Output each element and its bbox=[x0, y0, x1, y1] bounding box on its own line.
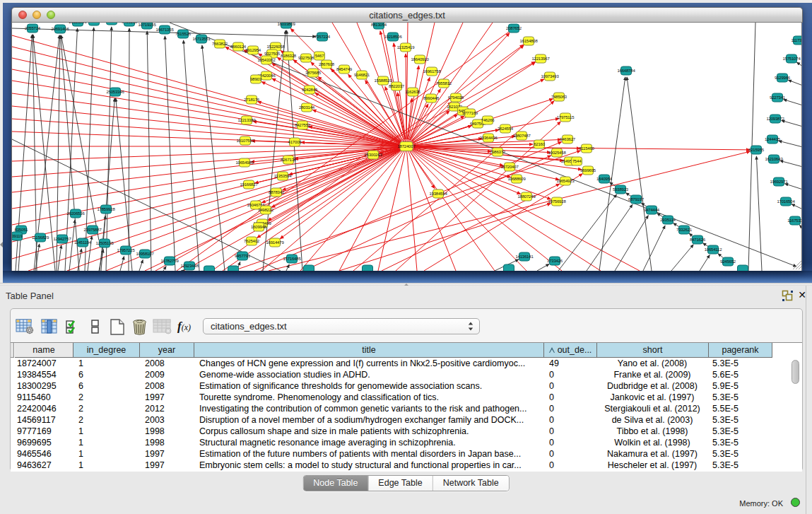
tab-node-table[interactable]: Node Table bbox=[303, 476, 368, 491]
table-cell[interactable]: 2008 bbox=[145, 380, 193, 392]
table-row[interactable]: 1456911722003Disruption of a novel membe… bbox=[11, 414, 802, 426]
table-cell[interactable]: 9777169 bbox=[17, 426, 72, 437]
delete-column-icon[interactable] bbox=[131, 319, 148, 338]
graph-node-teal[interactable] bbox=[504, 264, 514, 271]
table-cell[interactable]: 14569117 bbox=[17, 414, 72, 426]
table-cell[interactable]: 0 bbox=[549, 369, 596, 380]
column-header-pagerank[interactable]: pagerank bbox=[709, 343, 772, 358]
table-cell[interactable]: Tibbo et al. (1998) bbox=[597, 426, 707, 437]
table-cell[interactable]: 0 bbox=[549, 403, 596, 414]
graph-node-teal[interactable] bbox=[304, 265, 314, 271]
table-cell[interactable]: Disruption of a novel member of a sodium… bbox=[199, 414, 543, 426]
table-cell[interactable]: 1998 bbox=[145, 426, 193, 437]
table-cell[interactable]: 5.3E-5 bbox=[712, 426, 771, 437]
graph-node-teal[interactable] bbox=[363, 265, 373, 271]
table-cell[interactable]: 5.3E-5 bbox=[712, 448, 771, 460]
table-cell[interactable]: 1997 bbox=[145, 392, 193, 403]
table-cell[interactable]: 0 bbox=[549, 460, 596, 471]
canvas-resize-grip-icon[interactable] bbox=[793, 261, 801, 269]
table-cell[interactable]: 2009 bbox=[145, 369, 193, 380]
table-cell[interactable]: Genome-wide association studies in ADHD. bbox=[199, 369, 543, 380]
table-cell[interactable]: 2 bbox=[78, 403, 139, 414]
column-header-short[interactable]: short bbox=[597, 343, 709, 358]
table-row[interactable]: 977716911998Corpus callosum shape and si… bbox=[11, 426, 802, 437]
table-cell[interactable]: 9465546 bbox=[17, 448, 72, 460]
table-cell[interactable]: 2008 bbox=[145, 358, 193, 369]
table-cell[interactable]: Embryonic stem cells: a model to study s… bbox=[199, 460, 543, 471]
table-cell[interactable]: 5.5E-5 bbox=[712, 403, 771, 414]
table-mode-icon[interactable] bbox=[16, 319, 34, 337]
table-cell[interactable]: 9463627 bbox=[17, 460, 72, 471]
table-cell[interactable]: 18724007 bbox=[17, 358, 72, 369]
graph-node-teal[interactable] bbox=[228, 266, 239, 271]
table-cell[interactable]: Estimation of the future numbers of pati… bbox=[199, 448, 543, 460]
show-columns-icon[interactable] bbox=[41, 319, 58, 337]
tab-network-table[interactable]: Network Table bbox=[433, 476, 509, 491]
network-canvas[interactable]: 2055724206914062055380910655267152760264… bbox=[11, 23, 802, 271]
table-cell[interactable]: 49 bbox=[549, 358, 596, 369]
table-cell[interactable]: Hescheler et al. (1997) bbox=[597, 460, 707, 471]
table-cell[interactable]: 1998 bbox=[145, 437, 193, 448]
table-cell[interactable]: 1 bbox=[78, 426, 139, 437]
table-cell[interactable]: 6 bbox=[78, 369, 139, 380]
table-cell[interactable]: 5.3E-5 bbox=[712, 392, 771, 403]
table-row[interactable]: 969969511998Structural magnetic resonanc… bbox=[11, 437, 802, 448]
table-cell[interactable]: 1 bbox=[78, 448, 139, 460]
graph-node-teal[interactable] bbox=[107, 23, 117, 25]
table-cell[interactable]: 0 bbox=[549, 392, 596, 403]
table-cell[interactable]: Nakamura et al. (1997) bbox=[597, 448, 707, 460]
create-column-icon[interactable] bbox=[109, 319, 126, 338]
table-cell[interactable]: 0 bbox=[549, 437, 596, 448]
table-cell[interactable]: 6 bbox=[78, 380, 139, 392]
graph-node-teal[interactable] bbox=[204, 266, 215, 271]
table-cell[interactable]: Corpus callosum shape and size in male p… bbox=[199, 426, 543, 437]
vertical-scrollbar[interactable] bbox=[792, 360, 800, 470]
table-cell[interactable]: 5.3E-5 bbox=[712, 358, 771, 369]
table-row[interactable]: 946554611997Estimation of the future num… bbox=[11, 448, 802, 460]
table-cell[interactable]: Franke et al. (2009) bbox=[597, 369, 707, 380]
column-header-title[interactable]: title bbox=[194, 343, 544, 358]
row-options-icon[interactable] bbox=[90, 319, 100, 337]
table-cell[interactable]: 0 bbox=[549, 426, 596, 437]
table-cell[interactable]: Yano et al. (2008) bbox=[597, 358, 707, 369]
table-cell[interactable]: Structural magnetic resonance image aver… bbox=[199, 437, 543, 448]
column-header-year[interactable]: year bbox=[140, 343, 194, 358]
table-cell[interactable]: 0 bbox=[549, 448, 596, 460]
table-cell[interactable]: 2003 bbox=[145, 414, 193, 426]
table-row[interactable]: 1938455462009Genome-wide association stu… bbox=[11, 369, 802, 380]
table-cell[interactable]: 9699695 bbox=[17, 437, 72, 448]
table-cell[interactable]: 1997 bbox=[145, 460, 193, 471]
table-cell[interactable]: 0 bbox=[549, 414, 596, 426]
table-cell[interactable]: 18300295 bbox=[17, 380, 72, 392]
table-cell[interactable]: 1 bbox=[78, 358, 139, 369]
function-builder-icon[interactable]: f(x) bbox=[177, 320, 191, 334]
column-header-in_degree[interactable]: in_degree bbox=[73, 343, 140, 358]
table-row[interactable]: 911546021997Tourette syndrome. Phenomeno… bbox=[11, 392, 802, 403]
column-header-name[interactable]: name bbox=[15, 343, 73, 358]
table-cell[interactable]: de Silva et al. (2003) bbox=[597, 414, 707, 426]
table-cell[interactable]: 5.9E-5 bbox=[712, 380, 771, 392]
table-cell[interactable]: Stergiakouli et al. (2012) bbox=[597, 403, 707, 414]
table-row[interactable]: 946362711997Embryonic stem cells: a mode… bbox=[11, 460, 802, 471]
table-cell[interactable]: 5.6E-5 bbox=[712, 369, 771, 380]
table-cell[interactable]: 2012 bbox=[145, 403, 193, 414]
network-window-titlebar[interactable]: citations_edges.txt bbox=[11, 7, 803, 23]
table-cell[interactable]: 5.3E-5 bbox=[712, 437, 771, 448]
table-cell[interactable]: 0 bbox=[549, 380, 596, 392]
select-all-icon[interactable] bbox=[65, 319, 81, 337]
table-cell[interactable]: 5.3E-5 bbox=[712, 414, 771, 426]
table-cell[interactable]: Dudbridge et al. (2008) bbox=[597, 380, 707, 392]
table-cell[interactable]: 19384554 bbox=[17, 369, 72, 380]
table-row[interactable]: 1830029562008Estimation of significance … bbox=[11, 380, 802, 392]
table-cell[interactable]: Wolkin et al. (1998) bbox=[597, 437, 707, 448]
left-panel-collapse-arrow[interactable] bbox=[0, 242, 3, 247]
table-row[interactable]: 1872400712008Changes of HCN gene express… bbox=[11, 358, 802, 369]
table-cell[interactable]: 5.3E-5 bbox=[712, 460, 771, 471]
table-cell[interactable]: Tourette syndrome. Phenomenology and cla… bbox=[199, 392, 543, 403]
graph-node-teal[interactable] bbox=[738, 265, 748, 271]
table-cell[interactable]: 2 bbox=[78, 392, 139, 403]
table-cell[interactable]: Changes of HCN gene expression and I(f) … bbox=[199, 358, 543, 369]
tab-edge-table[interactable]: Edge Table bbox=[368, 476, 433, 491]
table-cell[interactable]: Investigating the contribution of common… bbox=[199, 403, 543, 414]
scrollbar-thumb[interactable] bbox=[792, 360, 799, 384]
